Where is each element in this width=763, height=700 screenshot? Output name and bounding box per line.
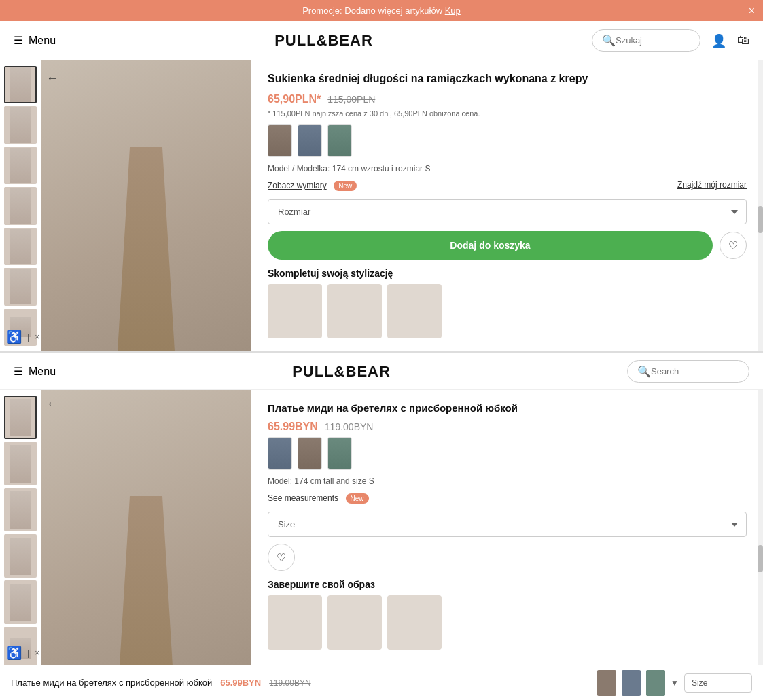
top-product-page: ← Sukienka średniej długości na ramiączk… xyxy=(0,60,763,353)
bottom-style-thumb-2[interactable] xyxy=(327,595,382,650)
sticky-bar-price-orig: 119.00BYN xyxy=(269,678,310,688)
access-separator: | xyxy=(27,332,29,342)
sticky-bar-price-sale: 65.99BYN xyxy=(220,678,261,688)
bottom-back-button[interactable]: ← xyxy=(46,397,58,411)
bottom-style-thumb-3[interactable] xyxy=(387,595,442,650)
bottom-search-icon: 🔍 xyxy=(637,365,651,378)
top-style-thumbnails xyxy=(268,284,747,338)
bottom-thumbnail-2[interactable] xyxy=(4,442,37,485)
bottom-color-swatch-blue[interactable] xyxy=(268,437,292,470)
top-model-info: Model / Modelka: 174 cm wzrostu i rozmia… xyxy=(268,164,747,173)
back-button[interactable]: ← xyxy=(46,71,58,86)
bottom-hamburger-icon: ☰ xyxy=(14,365,23,378)
color-swatch-blue[interactable] xyxy=(298,124,322,157)
bottom-wishlist-button[interactable]: ♡ xyxy=(268,544,295,571)
bottom-menu-button[interactable]: ☰ Menu xyxy=(14,365,56,378)
bottom-color-swatches xyxy=(268,437,747,470)
top-find-size-link[interactable]: Znajdź mój rozmiar xyxy=(677,180,747,190)
bottom-size-select[interactable]: Size XSSMLXL xyxy=(268,512,747,537)
bottom-search-box[interactable]: 🔍 xyxy=(627,360,749,383)
top-measurements-link[interactable]: Zobacz wymiary xyxy=(268,181,327,190)
bottom-color-swatch-taupe[interactable] xyxy=(298,437,322,470)
sticky-size-select[interactable]: Size XSSML xyxy=(684,673,752,693)
bottom-thumbnail-3[interactable] xyxy=(4,488,37,531)
sticky-thumb-2[interactable] xyxy=(622,670,641,696)
promo-text: Promocje: Dodano więcej artykułów xyxy=(302,5,442,16)
bottom-complete-style-label: Завершите свой образ xyxy=(268,579,747,590)
thumbnail-6[interactable] xyxy=(4,268,37,305)
thumbnail-1[interactable] xyxy=(4,66,37,103)
bottom-price-original: 119.00BYN xyxy=(325,421,374,432)
top-wishlist-button[interactable]: ♡ xyxy=(720,232,747,259)
bottom-search-input[interactable] xyxy=(651,366,746,377)
bottom-access-separator: | xyxy=(27,648,29,658)
top-color-swatches xyxy=(268,124,747,157)
sticky-thumb-3[interactable] xyxy=(646,670,665,696)
main-product-image xyxy=(41,60,251,351)
top-measurements-row: Zobacz wymiary New Znajdź mój rozmiar xyxy=(268,179,747,191)
search-icon: 🔍 xyxy=(602,34,616,47)
top-size-select[interactable]: Rozmiar XSSMLXL xyxy=(268,199,747,224)
bottom-header: ☰ Menu PULL&BEAR 🔍 xyxy=(0,353,763,390)
bottom-menu-label: Menu xyxy=(29,366,56,378)
header-right: 🔍 👤 🛍 xyxy=(592,29,749,52)
bottom-accessibility-icon[interactable]: ♿ xyxy=(7,646,22,661)
top-complete-style-label: Skompletuj swoją stylizację xyxy=(268,268,747,279)
bottom-style-thumbnails xyxy=(268,595,747,650)
bottom-scrollbar-thumb xyxy=(758,545,763,572)
sticky-thumb-1[interactable] xyxy=(597,670,616,696)
scrollbar-thumb xyxy=(758,206,763,233)
style-thumb-2[interactable] xyxy=(327,284,382,338)
bottom-measurements-link[interactable]: See measurements xyxy=(268,493,338,503)
top-price-note: * 115,00PLN najniższa cena z 30 dni, 65,… xyxy=(268,109,747,118)
search-box[interactable]: 🔍 xyxy=(592,29,700,52)
bottom-style-thumb-1[interactable] xyxy=(268,595,322,650)
bottom-new-badge: New xyxy=(346,493,369,504)
search-input[interactable] xyxy=(616,35,697,46)
bottom-thumbnail-1[interactable] xyxy=(4,396,37,439)
promo-close-button[interactable]: × xyxy=(749,5,755,17)
cart-button[interactable]: 🛍 xyxy=(737,33,749,48)
access-close[interactable]: × xyxy=(35,332,39,342)
sticky-chevron-icon: ▼ xyxy=(671,678,679,688)
style-thumb-3[interactable] xyxy=(387,284,442,338)
bottom-accessibility-bar: ♿ | × xyxy=(7,646,39,661)
top-price-original: 115,00PLN xyxy=(327,94,375,105)
thumbnail-3[interactable] xyxy=(4,147,37,184)
thumbnail-2[interactable] xyxy=(4,106,37,143)
hamburger-icon: ☰ xyxy=(14,34,23,47)
top-new-badge: New xyxy=(334,181,357,191)
bottom-page: ☰ Menu PULL&BEAR 🔍 ← Платье миди на брет… xyxy=(0,353,763,700)
bottom-measurements-row: See measurements New xyxy=(268,491,747,504)
color-swatch-taupe[interactable] xyxy=(268,124,292,157)
bottom-color-swatch-green[interactable] xyxy=(327,437,352,470)
account-button[interactable]: 👤 xyxy=(711,33,726,48)
site-logo: PULL&BEAR xyxy=(274,32,373,50)
bottom-site-logo: PULL&BEAR xyxy=(292,363,391,381)
bottom-access-close[interactable]: × xyxy=(35,648,39,658)
thumbnail-5[interactable] xyxy=(4,228,37,265)
bottom-thumbnail-5[interactable] xyxy=(4,580,37,624)
sticky-bar-right: ▼ Size XSSML xyxy=(597,670,752,696)
bottom-thumbnail-4[interactable] xyxy=(4,534,37,578)
accessibility-icon[interactable]: ♿ xyxy=(7,330,22,345)
sticky-bottom-bar: Платье миди на бретелях с присборенной ю… xyxy=(0,665,763,700)
top-add-row: Dodaj do koszyka ♡ xyxy=(268,231,747,260)
scrollbar[interactable] xyxy=(758,60,763,351)
accessibility-bar: ♿ | × xyxy=(7,330,39,345)
promo-link[interactable]: Kup xyxy=(445,5,461,16)
style-thumb-1[interactable] xyxy=(268,284,322,338)
top-price-sale: 65,90PLN* xyxy=(268,93,321,105)
top-add-to-cart-button[interactable]: Dodaj do koszyka xyxy=(268,231,713,260)
top-product-info: Sukienka średniej długości na ramiączkac… xyxy=(251,60,763,351)
top-price-row: 65,90PLN* 115,00PLN xyxy=(268,93,747,105)
bottom-main-product-image xyxy=(41,390,251,700)
sticky-bar-title: Платье миди на бретелях с присборенной ю… xyxy=(11,678,212,688)
bottom-scrollbar[interactable] xyxy=(758,390,763,700)
menu-button[interactable]: ☰ Menu xyxy=(14,34,56,47)
color-swatch-green[interactable] xyxy=(327,124,352,157)
thumbnail-4[interactable] xyxy=(4,187,37,224)
promo-banner: Promocje: Dodano więcej artykułów Kup × xyxy=(0,0,763,21)
bottom-price-row: 65.99BYN 119.00BYN xyxy=(268,421,747,433)
bottom-dress-image xyxy=(41,390,251,700)
